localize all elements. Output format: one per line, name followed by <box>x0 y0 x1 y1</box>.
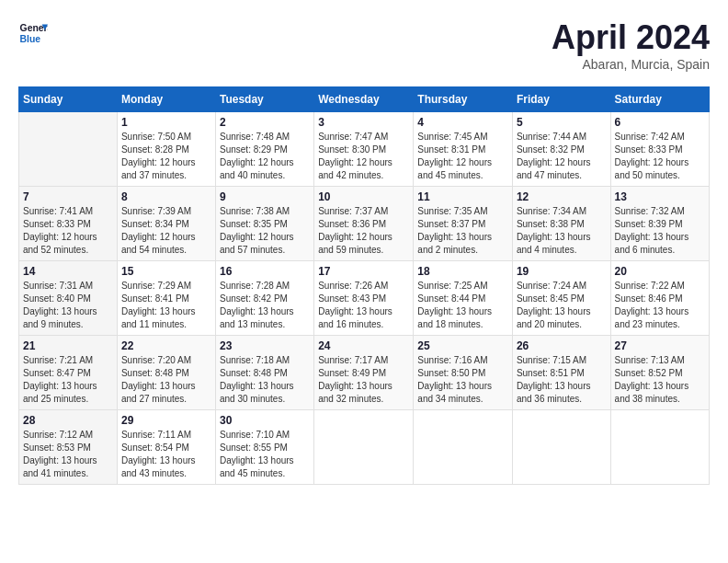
calendar-cell: 20Sunrise: 7:22 AMSunset: 8:46 PMDayligh… <box>610 261 709 336</box>
calendar-week-row: 7Sunrise: 7:41 AMSunset: 8:33 PMDaylight… <box>19 187 710 261</box>
calendar-cell <box>314 410 414 485</box>
calendar-cell: 28Sunrise: 7:12 AMSunset: 8:53 PMDayligh… <box>19 410 118 485</box>
day-info: Sunrise: 7:29 AMSunset: 8:41 PMDaylight:… <box>121 280 211 331</box>
day-info: Sunrise: 7:15 AMSunset: 8:51 PMDaylight:… <box>517 354 607 406</box>
day-info: Sunrise: 7:45 AMSunset: 8:31 PMDaylight:… <box>417 131 508 182</box>
calendar-week-row: 1Sunrise: 7:50 AMSunset: 8:28 PMDaylight… <box>19 112 710 187</box>
day-number: 18 <box>417 265 508 278</box>
calendar-cell <box>19 112 118 187</box>
calendar-cell: 3Sunrise: 7:47 AMSunset: 8:30 PMDaylight… <box>314 112 414 187</box>
calendar-week-row: 14Sunrise: 7:31 AMSunset: 8:40 PMDayligh… <box>19 261 710 336</box>
day-of-week-header: Thursday <box>414 87 513 112</box>
day-info: Sunrise: 7:47 AMSunset: 8:30 PMDaylight:… <box>318 131 409 182</box>
day-number: 1 <box>121 116 211 129</box>
calendar-cell: 2Sunrise: 7:48 AMSunset: 8:29 PMDaylight… <box>216 112 314 187</box>
day-info: Sunrise: 7:48 AMSunset: 8:29 PMDaylight:… <box>220 131 310 182</box>
day-number: 30 <box>220 414 310 427</box>
day-info: Sunrise: 7:11 AMSunset: 8:54 PMDaylight:… <box>121 429 211 480</box>
day-info: Sunrise: 7:50 AMSunset: 8:28 PMDaylight:… <box>121 131 211 182</box>
calendar-cell: 25Sunrise: 7:16 AMSunset: 8:50 PMDayligh… <box>414 336 513 410</box>
day-number: 19 <box>517 265 607 278</box>
month-title: April 2024 <box>552 18 710 57</box>
day-of-week-header: Saturday <box>610 87 709 112</box>
day-number: 4 <box>417 116 508 129</box>
day-of-week-header: Friday <box>512 87 610 112</box>
calendar-cell <box>414 410 513 485</box>
day-number: 9 <box>220 190 310 203</box>
day-number: 16 <box>220 265 310 278</box>
calendar-cell: 21Sunrise: 7:21 AMSunset: 8:47 PMDayligh… <box>19 336 118 410</box>
day-info: Sunrise: 7:28 AMSunset: 8:42 PMDaylight:… <box>220 280 310 331</box>
day-number: 23 <box>220 339 310 352</box>
svg-text:Blue: Blue <box>20 34 41 44</box>
day-number: 21 <box>23 339 113 352</box>
calendar-cell: 23Sunrise: 7:18 AMSunset: 8:48 PMDayligh… <box>216 336 314 410</box>
calendar-week-row: 21Sunrise: 7:21 AMSunset: 8:47 PMDayligh… <box>19 336 710 410</box>
calendar-cell: 4Sunrise: 7:45 AMSunset: 8:31 PMDaylight… <box>414 112 513 187</box>
day-info: Sunrise: 7:41 AMSunset: 8:33 PMDaylight:… <box>23 205 113 257</box>
calendar-cell: 30Sunrise: 7:10 AMSunset: 8:55 PMDayligh… <box>216 410 314 485</box>
title-block: April 2024 Abaran, Murcia, Spain <box>552 18 710 72</box>
calendar-cell: 15Sunrise: 7:29 AMSunset: 8:41 PMDayligh… <box>117 261 215 336</box>
day-info: Sunrise: 7:10 AMSunset: 8:55 PMDaylight:… <box>220 429 310 480</box>
day-number: 3 <box>318 116 409 129</box>
day-number: 14 <box>23 265 113 278</box>
day-of-week-header: Wednesday <box>314 87 414 112</box>
calendar-cell: 9Sunrise: 7:38 AMSunset: 8:35 PMDaylight… <box>216 187 314 261</box>
calendar-cell: 24Sunrise: 7:17 AMSunset: 8:49 PMDayligh… <box>314 336 414 410</box>
calendar-cell: 6Sunrise: 7:42 AMSunset: 8:33 PMDaylight… <box>610 112 709 187</box>
day-number: 28 <box>23 414 113 427</box>
day-of-week-header: Sunday <box>19 87 118 112</box>
day-number: 25 <box>417 339 508 352</box>
calendar-cell: 13Sunrise: 7:32 AMSunset: 8:39 PMDayligh… <box>610 187 709 261</box>
day-info: Sunrise: 7:37 AMSunset: 8:36 PMDaylight:… <box>318 205 409 257</box>
day-info: Sunrise: 7:25 AMSunset: 8:44 PMDaylight:… <box>417 280 508 331</box>
day-info: Sunrise: 7:39 AMSunset: 8:34 PMDaylight:… <box>121 205 211 257</box>
calendar-cell: 12Sunrise: 7:34 AMSunset: 8:38 PMDayligh… <box>512 187 610 261</box>
calendar-cell: 26Sunrise: 7:15 AMSunset: 8:51 PMDayligh… <box>512 336 610 410</box>
day-number: 26 <box>517 339 607 352</box>
day-info: Sunrise: 7:44 AMSunset: 8:32 PMDaylight:… <box>517 131 607 182</box>
day-info: Sunrise: 7:42 AMSunset: 8:33 PMDaylight:… <box>615 131 705 182</box>
day-info: Sunrise: 7:20 AMSunset: 8:48 PMDaylight:… <box>121 354 211 406</box>
calendar-body: 1Sunrise: 7:50 AMSunset: 8:28 PMDaylight… <box>19 112 710 485</box>
day-info: Sunrise: 7:16 AMSunset: 8:50 PMDaylight:… <box>417 354 508 406</box>
logo: General Blue <box>18 18 48 48</box>
calendar-cell: 22Sunrise: 7:20 AMSunset: 8:48 PMDayligh… <box>117 336 215 410</box>
day-info: Sunrise: 7:31 AMSunset: 8:40 PMDaylight:… <box>23 280 113 331</box>
location: Abaran, Murcia, Spain <box>552 57 710 72</box>
calendar-cell: 5Sunrise: 7:44 AMSunset: 8:32 PMDaylight… <box>512 112 610 187</box>
day-number: 22 <box>121 339 211 352</box>
calendar-cell: 11Sunrise: 7:35 AMSunset: 8:37 PMDayligh… <box>414 187 513 261</box>
day-info: Sunrise: 7:21 AMSunset: 8:47 PMDaylight:… <box>23 354 113 406</box>
day-info: Sunrise: 7:35 AMSunset: 8:37 PMDaylight:… <box>417 205 508 257</box>
day-info: Sunrise: 7:12 AMSunset: 8:53 PMDaylight:… <box>23 429 113 480</box>
day-info: Sunrise: 7:34 AMSunset: 8:38 PMDaylight:… <box>517 205 607 257</box>
day-number: 5 <box>517 116 607 129</box>
calendar-cell: 19Sunrise: 7:24 AMSunset: 8:45 PMDayligh… <box>512 261 610 336</box>
day-info: Sunrise: 7:32 AMSunset: 8:39 PMDaylight:… <box>615 205 705 257</box>
calendar-cell: 7Sunrise: 7:41 AMSunset: 8:33 PMDaylight… <box>19 187 118 261</box>
day-number: 13 <box>615 190 705 203</box>
calendar-cell: 18Sunrise: 7:25 AMSunset: 8:44 PMDayligh… <box>414 261 513 336</box>
calendar-cell: 29Sunrise: 7:11 AMSunset: 8:54 PMDayligh… <box>117 410 215 485</box>
day-number: 6 <box>615 116 705 129</box>
logo-icon: General Blue <box>18 18 48 48</box>
calendar-cell: 17Sunrise: 7:26 AMSunset: 8:43 PMDayligh… <box>314 261 414 336</box>
day-info: Sunrise: 7:18 AMSunset: 8:48 PMDaylight:… <box>220 354 310 406</box>
day-number: 29 <box>121 414 211 427</box>
day-number: 27 <box>615 339 705 352</box>
calendar-cell: 8Sunrise: 7:39 AMSunset: 8:34 PMDaylight… <box>117 187 215 261</box>
day-number: 12 <box>517 190 607 203</box>
day-info: Sunrise: 7:17 AMSunset: 8:49 PMDaylight:… <box>318 354 409 406</box>
day-info: Sunrise: 7:24 AMSunset: 8:45 PMDaylight:… <box>517 280 607 331</box>
day-info: Sunrise: 7:26 AMSunset: 8:43 PMDaylight:… <box>318 280 409 331</box>
calendar-cell: 1Sunrise: 7:50 AMSunset: 8:28 PMDaylight… <box>117 112 215 187</box>
page-header: General Blue April 2024 Abaran, Murcia, … <box>18 18 710 72</box>
calendar-cell: 16Sunrise: 7:28 AMSunset: 8:42 PMDayligh… <box>216 261 314 336</box>
day-number: 24 <box>318 339 409 352</box>
calendar-cell: 27Sunrise: 7:13 AMSunset: 8:52 PMDayligh… <box>610 336 709 410</box>
calendar-cell: 14Sunrise: 7:31 AMSunset: 8:40 PMDayligh… <box>19 261 118 336</box>
day-number: 20 <box>615 265 705 278</box>
calendar-cell <box>512 410 610 485</box>
